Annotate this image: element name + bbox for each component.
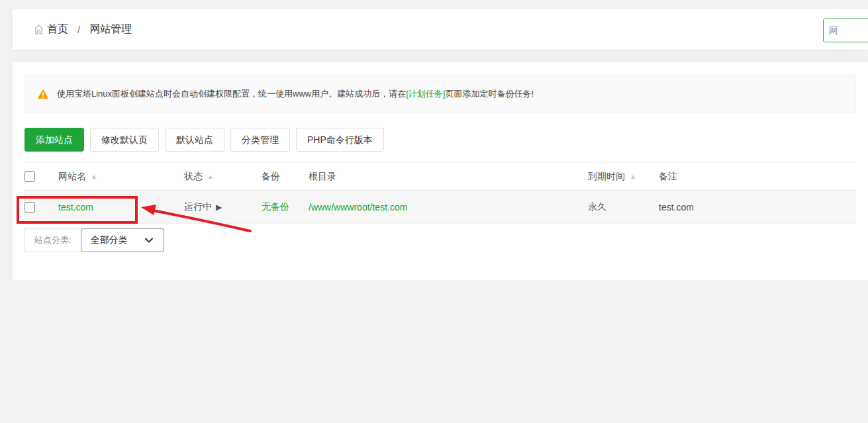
root-dir-link[interactable]: /www/wwwroot/test.com <box>309 202 407 212</box>
play-icon: ▶ <box>216 203 222 212</box>
sort-asc-icon[interactable]: ▲ <box>91 173 97 180</box>
select-all-checkbox[interactable] <box>24 171 35 182</box>
breadcrumb: 首页 / 网站管理 <box>33 23 132 36</box>
site-name-link[interactable]: test.com <box>58 202 93 212</box>
expire-time-cell[interactable]: 永久 <box>588 191 659 224</box>
site-status-cell[interactable]: 运行中▶ <box>184 191 262 224</box>
breadcrumb-home-link[interactable]: 首页 <box>47 23 68 36</box>
breadcrumb-current-page[interactable]: 网站管理 <box>89 23 132 36</box>
home-icon <box>33 24 44 35</box>
column-header-remark: 备注 <box>659 163 856 191</box>
warning-icon <box>37 89 49 99</box>
selected-option: 全部分类 <box>91 234 128 246</box>
column-label: 备份 <box>262 171 280 181</box>
row-checkbox[interactable] <box>24 202 35 212</box>
table-header-row: 网站名▲ 状态▲ 备份 根目录 到期时间▲ 备注 <box>24 163 856 191</box>
warning-text-after: 页面添加定时备份任务! <box>445 88 534 100</box>
site-category-filter: 站点分类: 全部分类 <box>24 228 164 252</box>
filter-label: 站点分类: <box>25 234 81 246</box>
table-row: test.com 运行中▶ 无备份 /www/wwwroot/test.com … <box>24 191 856 224</box>
breadcrumb-separator: / <box>77 24 80 35</box>
column-label: 网站名 <box>58 171 86 181</box>
column-label: 备注 <box>659 171 677 181</box>
site-manage-panel: 使用宝塔Linux面板创建站点时会自动创建权限配置，统一使用www用户。建站成功… <box>13 62 868 280</box>
chevron-down-icon <box>145 238 153 243</box>
sort-asc-icon[interactable]: ▲ <box>207 173 214 180</box>
header-partial-button[interactable]: 网 <box>823 19 868 42</box>
site-table: 网站名▲ 状态▲ 备份 根目录 到期时间▲ 备注 <box>24 162 856 224</box>
column-header-status[interactable]: 状态▲ <box>184 163 262 191</box>
column-header-expiretime[interactable]: 到期时间▲ <box>588 163 659 191</box>
column-label: 状态 <box>184 171 203 181</box>
category-select[interactable]: 全部分类 <box>81 228 164 252</box>
sort-asc-icon[interactable]: ▲ <box>630 173 636 180</box>
cron-task-link[interactable]: [计划任务] <box>406 88 445 100</box>
backup-status-link[interactable]: 无备份 <box>262 201 289 212</box>
backup-warning-banner: 使用宝塔Linux面板创建站点时会自动创建权限配置，统一使用www用户。建站成功… <box>24 75 856 113</box>
site-toolbar: 添加站点 修改默认页 默认站点 分类管理 PHP命令行版本 <box>24 128 390 152</box>
category-manage-button[interactable]: 分类管理 <box>230 128 290 152</box>
column-label: 到期时间 <box>588 171 625 181</box>
warning-text-before: 使用宝塔Linux面板创建站点时会自动创建权限配置，统一使用www用户。建站成功… <box>57 88 406 100</box>
default-site-button[interactable]: 默认站点 <box>165 128 224 152</box>
php-cli-version-button[interactable]: PHP命令行版本 <box>296 128 384 152</box>
add-site-button[interactable]: 添加站点 <box>24 128 84 152</box>
bt-panel-site-page: { "breadcrumb": { "home_label": "首页", "s… <box>0 0 868 423</box>
column-header-sitename[interactable]: 网站名▲ <box>58 163 184 191</box>
column-label: 根目录 <box>309 171 336 181</box>
breadcrumb-bar: 首页 / 网站管理 网 <box>13 9 868 50</box>
edit-default-page-button[interactable]: 修改默认页 <box>90 128 159 152</box>
status-text: 运行中 <box>184 201 212 212</box>
remark-cell[interactable]: test.com <box>659 191 856 224</box>
column-header-rootdir: 根目录 <box>309 163 588 191</box>
column-header-backup: 备份 <box>262 163 309 191</box>
